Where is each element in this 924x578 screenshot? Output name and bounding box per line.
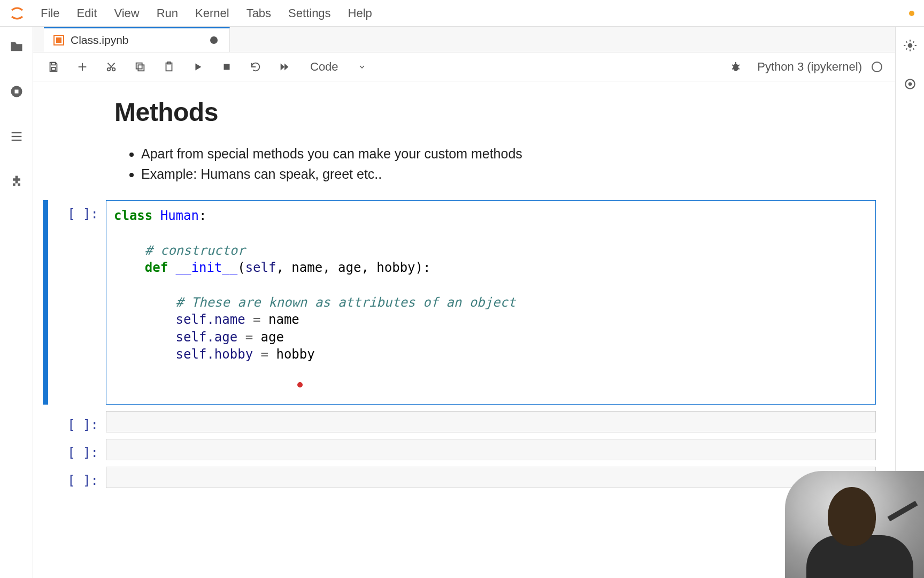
celltype-select[interactable]: Code: [310, 60, 366, 74]
menu-settings[interactable]: Settings: [280, 0, 340, 26]
paste-button[interactable]: [161, 59, 176, 74]
cell-gutter: [43, 200, 48, 405]
stop-button[interactable]: [219, 59, 234, 74]
cell-gutter: [43, 439, 48, 460]
menubar: File Edit View Run Kernel Tabs Settings …: [0, 0, 924, 27]
run-button[interactable]: [190, 59, 205, 74]
tab-class-ipynb[interactable]: Class.ipynb: [44, 27, 230, 52]
menu-run[interactable]: Run: [148, 0, 187, 26]
svg-marker-19: [281, 63, 284, 70]
notebook-body[interactable]: Methods Apart from special methods you c…: [33, 81, 895, 578]
menu-view[interactable]: View: [105, 0, 148, 26]
run-all-button[interactable]: [277, 59, 292, 74]
code-input[interactable]: [106, 467, 876, 488]
notebook-icon: [53, 35, 64, 45]
heading-methods: Methods: [114, 97, 876, 127]
cell-prompt: [ ]:: [50, 467, 106, 488]
debug-button[interactable]: [728, 59, 743, 74]
running-icon[interactable]: [9, 83, 25, 100]
cursor-pointer: [297, 382, 303, 387]
kernel-status-icon: [872, 62, 882, 72]
menu-help[interactable]: Help: [340, 0, 381, 26]
status-indicator: [909, 11, 914, 16]
code-input[interactable]: class Human: # constructor def __init__(…: [106, 200, 876, 405]
cell-gutter: [43, 411, 48, 432]
restart-button[interactable]: [248, 59, 263, 74]
svg-rect-5: [51, 62, 55, 65]
cell-prompt: [ ]:: [50, 200, 106, 405]
cell-prompt: [ ]:: [50, 411, 106, 432]
svg-line-25: [732, 69, 734, 69]
unsaved-indicator: [210, 36, 218, 44]
jupyter-logo: [2, 0, 32, 27]
svg-rect-1: [14, 90, 18, 94]
filebrowser-icon[interactable]: [9, 39, 25, 55]
save-button[interactable]: [46, 59, 61, 74]
left-activity-bar: [0, 27, 33, 578]
code-cell-human-class[interactable]: [ ]: class Human: # constructor def __in…: [43, 200, 876, 405]
menu-kernel[interactable]: Kernel: [187, 0, 238, 26]
bullet-2: Example: Humans can speak, greet etc..: [141, 164, 876, 185]
svg-point-27: [907, 43, 912, 48]
empty-code-cell[interactable]: [ ]:: [43, 467, 876, 488]
svg-rect-13: [138, 65, 144, 71]
chevron-down-icon: [358, 63, 366, 71]
svg-rect-14: [136, 63, 142, 69]
svg-marker-17: [195, 63, 201, 70]
svg-marker-20: [284, 63, 288, 70]
menu-file[interactable]: File: [32, 0, 68, 26]
cut-button[interactable]: [104, 59, 119, 74]
tab-filename: Class.ipynb: [71, 34, 129, 47]
menu-tabs[interactable]: Tabs: [238, 0, 280, 26]
menu-edit[interactable]: Edit: [68, 0, 105, 26]
markdown-cell-methods[interactable]: Methods Apart from special methods you c…: [114, 92, 876, 200]
svg-line-23: [732, 65, 734, 66]
kernel-label: Python 3 (ipykernel): [757, 60, 862, 74]
svg-line-24: [738, 65, 740, 66]
cell-gutter: [43, 467, 48, 488]
tab-strip: Class.ipynb: [33, 27, 895, 52]
code-input[interactable]: [106, 411, 876, 432]
empty-code-cell[interactable]: [ ]:: [43, 439, 876, 460]
svg-rect-6: [51, 67, 55, 70]
methods-bullets: Apart from special methods you can make …: [114, 144, 876, 184]
code-input[interactable]: [106, 439, 876, 460]
celltype-label: Code: [310, 60, 338, 74]
svg-point-21: [733, 64, 738, 71]
bullet-1: Apart from special methods you can make …: [141, 144, 876, 164]
empty-code-cell[interactable]: [ ]:: [43, 411, 876, 432]
cell-prompt: [ ]:: [50, 439, 106, 460]
debugger-icon[interactable]: [903, 77, 917, 93]
svg-point-29: [908, 82, 912, 86]
copy-button[interactable]: [133, 59, 148, 74]
notebook-toolbar: Code Python 3 (ipykernel): [33, 52, 895, 81]
toc-icon[interactable]: [9, 128, 25, 144]
kernel-name[interactable]: Python 3 (ipykernel): [757, 60, 882, 74]
svg-rect-18: [224, 64, 230, 70]
webcam-overlay: [785, 471, 924, 578]
add-cell-button[interactable]: [75, 59, 90, 74]
extensions-icon[interactable]: [9, 173, 25, 189]
property-inspector-icon[interactable]: [903, 39, 917, 55]
svg-line-26: [738, 69, 740, 69]
